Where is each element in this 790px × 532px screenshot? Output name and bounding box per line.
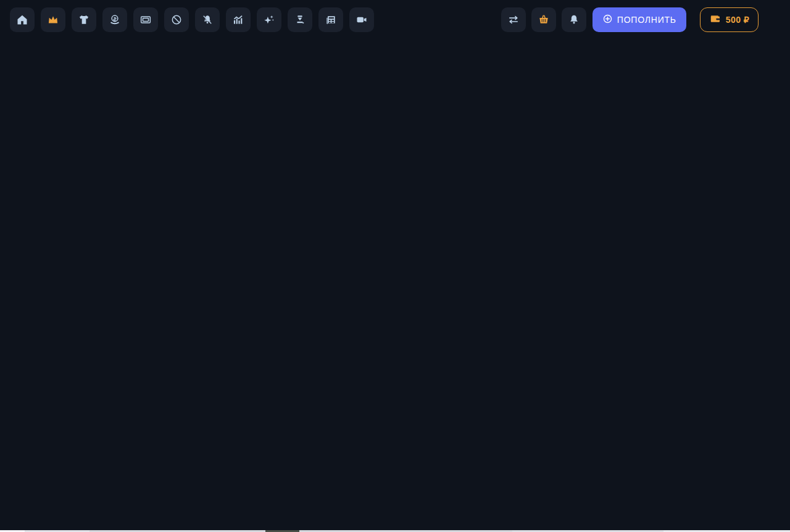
nav-queue-button[interactable]	[288, 7, 312, 32]
balance-label: 500 ₽	[726, 15, 749, 25]
sparkles-icon	[263, 14, 275, 26]
nav-effects-button[interactable]	[257, 7, 281, 32]
basket-icon	[538, 14, 550, 26]
nav-donate-button[interactable]	[102, 7, 127, 32]
nav-wardrobe-button[interactable]	[72, 7, 96, 32]
crown-icon	[47, 14, 59, 26]
frame-icon	[139, 14, 152, 26]
nav-block-button[interactable]	[164, 7, 189, 32]
shirt-icon	[78, 14, 90, 26]
basket-button[interactable]	[531, 7, 556, 32]
ban-icon	[170, 14, 183, 26]
topup-label: ПОПОЛНИТЬ	[617, 15, 676, 25]
newspaper-icon	[325, 14, 337, 26]
action-group: ПОПОЛНИТЬ 500 ₽	[501, 7, 780, 32]
nav-video-button[interactable]	[349, 7, 374, 32]
transfer-button[interactable]	[501, 7, 526, 32]
topup-button[interactable]: ПОПОЛНИТЬ	[592, 7, 686, 32]
nav-stats-button[interactable]	[226, 7, 251, 32]
empty-content-area	[0, 35, 790, 530]
balance-button[interactable]: 500 ₽	[700, 7, 759, 32]
nav-icon-group	[10, 7, 374, 32]
coin-stand-icon	[109, 14, 121, 26]
wallet-icon	[709, 13, 721, 27]
nav-premium-button[interactable]	[41, 7, 65, 32]
home-icon	[16, 14, 28, 26]
chart-icon	[232, 14, 244, 26]
top-toolbar: ПОПОЛНИТЬ 500 ₽	[0, 0, 790, 35]
transfer-arrows-icon	[507, 14, 520, 26]
nav-home-button[interactable]	[10, 7, 35, 32]
nav-mute-button[interactable]	[195, 7, 220, 32]
hourglass-icon	[294, 14, 306, 26]
video-camera-icon	[356, 14, 368, 26]
notifications-button[interactable]	[562, 7, 586, 32]
bell-icon	[568, 14, 580, 26]
nav-frame-button[interactable]	[133, 7, 158, 32]
bell-slash-icon	[201, 14, 214, 26]
nav-news-button[interactable]	[318, 7, 343, 32]
plus-circle-icon	[602, 14, 613, 26]
